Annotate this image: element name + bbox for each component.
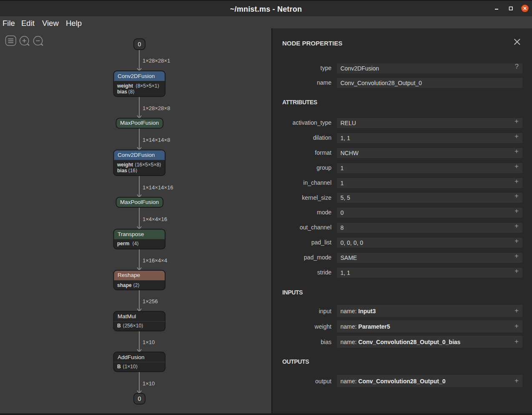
- svg-text:shape: shape: [117, 282, 132, 288]
- svg-text:MatMul: MatMul: [118, 313, 136, 319]
- svg-text:1×16×4×4: 1×16×4×4: [143, 257, 167, 264]
- svg-text:Reshape: Reshape: [118, 272, 140, 278]
- svg-text:1×28×28×8: 1×28×28×8: [143, 105, 170, 111]
- svg-text:1×10: 1×10: [143, 339, 155, 345]
- svg-text:MaxPoolFusion: MaxPoolFusion: [120, 120, 159, 126]
- svg-text:Transpose: Transpose: [118, 231, 144, 237]
- svg-text:bias: bias: [117, 89, 127, 95]
- svg-text:AddFusion: AddFusion: [118, 354, 145, 360]
- svg-text:perm: perm: [117, 241, 129, 246]
- svg-text:⟨16×5×5×8⟩: ⟨16×5×5×8⟩: [135, 162, 161, 168]
- svg-text:⟨256×10⟩: ⟨256×10⟩: [123, 323, 143, 329]
- svg-text:⟨1×10⟩: ⟨1×10⟩: [123, 364, 138, 370]
- svg-text:1×4×4×16: 1×4×4×16: [143, 216, 167, 222]
- svg-text:1×10: 1×10: [143, 380, 155, 387]
- svg-text:⟨4⟩: ⟨4⟩: [132, 241, 139, 246]
- svg-text:1×28×28×1: 1×28×28×1: [143, 58, 170, 64]
- svg-text:1×14×14×16: 1×14×14×16: [143, 184, 173, 191]
- svg-text:MaxPoolFusion: MaxPoolFusion: [120, 199, 159, 205]
- svg-text:0: 0: [138, 41, 141, 48]
- svg-text:bias: bias: [117, 168, 127, 174]
- svg-text:⟨2⟩: ⟨2⟩: [133, 282, 140, 288]
- svg-text:⟨8⟩: ⟨8⟩: [128, 89, 135, 95]
- svg-text:B: B: [117, 323, 121, 329]
- svg-text:1×14×14×8: 1×14×14×8: [143, 137, 170, 143]
- svg-text:weight: weight: [117, 162, 133, 168]
- svg-text:Conv2DFusion: Conv2DFusion: [118, 73, 155, 79]
- svg-text:B: B: [117, 364, 121, 370]
- svg-text:⟨16⟩: ⟨16⟩: [128, 168, 138, 174]
- svg-text:⟨8×5×5×1⟩: ⟨8×5×5×1⟩: [136, 83, 159, 89]
- svg-text:weight: weight: [117, 83, 133, 89]
- svg-text:Conv2DFusion: Conv2DFusion: [118, 152, 155, 158]
- svg-text:0: 0: [138, 395, 141, 402]
- svg-text:1×256: 1×256: [143, 298, 158, 304]
